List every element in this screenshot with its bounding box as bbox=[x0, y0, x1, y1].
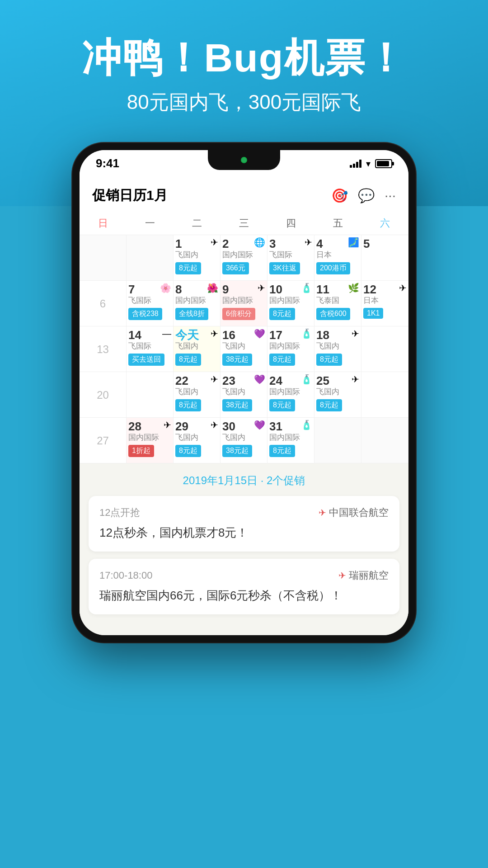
cell-badge: 8元起 bbox=[269, 445, 295, 457]
day-num-today: 今天 bbox=[175, 329, 199, 341]
battery-fill bbox=[377, 161, 389, 166]
promo-card-2[interactable]: 17:00-18:00 ✈ 瑞丽航空 瑞丽航空国内66元，国际6元秒杀（不含税）… bbox=[89, 559, 399, 614]
cell-icon: 🌐 bbox=[254, 238, 265, 247]
cal-cell-jan15-today[interactable]: 今天 ✈ 飞国内 8元起 bbox=[174, 326, 221, 372]
cell-label: 飞国际 bbox=[128, 342, 171, 351]
cal-cell-jan22[interactable]: 22 ✈ 飞国内 8元起 bbox=[174, 372, 221, 417]
cell-icon: 🌸 bbox=[160, 283, 171, 292]
cell-label: 飞国际 bbox=[128, 296, 171, 305]
day-num: 30 bbox=[222, 420, 235, 432]
promo2-desc: 瑞丽航空国内66元，国际6元秒杀（不含税）！ bbox=[99, 587, 389, 604]
cell-label: 飞国际 bbox=[269, 250, 312, 259]
cell-badge: 全线8折 bbox=[175, 308, 208, 320]
status-bar: 9:41 ▾ bbox=[80, 150, 408, 177]
cell-badge: 3K往返 bbox=[269, 262, 300, 274]
cal-cell-jan24[interactable]: 24 🧴 国内国际 8元起 bbox=[267, 372, 314, 417]
cell-icon: 🧴 bbox=[301, 420, 312, 429]
cell-label: 飞国内 bbox=[316, 387, 359, 396]
weekday-thu: 四 bbox=[267, 215, 314, 232]
cal-cell-jan3[interactable]: 3 ✈ 飞国际 3K往返 bbox=[267, 235, 314, 280]
day-num: 16 bbox=[222, 329, 235, 341]
day-num: 7 bbox=[128, 283, 135, 295]
cell-icon: ✈ bbox=[399, 283, 407, 292]
cal-cell-jan29[interactable]: 29 ✈ 飞国内 8元起 bbox=[174, 418, 221, 463]
promo-card-1[interactable]: 12点开抢 ✈ 中国联合航空 12点秒杀，国内机票才8元！ bbox=[89, 496, 399, 552]
promo2-time: 17:00-18:00 bbox=[99, 570, 152, 581]
cell-label: 日本 bbox=[363, 296, 407, 305]
cal-cell-jan17[interactable]: 17 🧴 国内国际 8元起 bbox=[267, 326, 314, 372]
cell-badge: 含税238 bbox=[128, 308, 162, 320]
cell-icon: ✈ bbox=[211, 329, 218, 338]
more-icon[interactable]: ··· bbox=[385, 188, 396, 203]
weekday-sun: 日 bbox=[80, 215, 127, 232]
headline-sub: 80元国内飞，300元国际飞 bbox=[27, 89, 461, 116]
cell-badge: 6倍积分 bbox=[222, 308, 255, 320]
cell-label: 飞泰国 bbox=[316, 296, 359, 305]
cal-cell-jan8[interactable]: 8 🌺 国内国际 全线8折 bbox=[174, 281, 221, 326]
cal-cell-jan18[interactable]: 18 ✈ 飞国内 8元起 bbox=[314, 326, 361, 372]
cal-cell-jan10[interactable]: 10 🧴 国内国际 8元起 bbox=[267, 281, 314, 326]
status-time: 9:41 bbox=[96, 156, 119, 170]
cal-cell-jan7[interactable]: 7 🌸 飞国际 含税238 bbox=[127, 281, 174, 326]
cal-cell-jan31[interactable]: 31 🧴 国内国际 8元起 bbox=[267, 418, 314, 463]
cell-badge: 1折起 bbox=[128, 445, 154, 457]
cell-label: 国内国际 bbox=[269, 387, 312, 396]
cell-icon: ✈ bbox=[305, 238, 312, 247]
cell-icon: 💜 bbox=[254, 375, 265, 384]
cal-cell-jan2[interactable]: 2 🌐 国内国际 366元 bbox=[221, 235, 267, 280]
day-num: 8 bbox=[175, 283, 182, 295]
cal-cell-jan12[interactable]: 12 ✈ 日本 1K1 bbox=[361, 281, 408, 326]
promo-card1-header: 12点开抢 ✈ 中国联合航空 bbox=[99, 506, 389, 519]
cell-icon: 🗾 bbox=[348, 238, 359, 247]
cal-cell-jan11[interactable]: 11 🌿 飞泰国 含税600 bbox=[314, 281, 361, 326]
date-promo-header: 2019年1月15日 · 2个促销 bbox=[80, 463, 408, 496]
day-num: 29 bbox=[175, 420, 188, 432]
cal-cell-jan30[interactable]: 30 💜 飞国内 38元起 bbox=[221, 418, 267, 463]
cell-label: 国内国际 bbox=[222, 296, 265, 305]
header-icons: 🎯 💬 ··· bbox=[331, 188, 396, 203]
app-title: 促销日历1月 bbox=[92, 186, 168, 205]
day-num: 17 bbox=[269, 329, 282, 341]
day-num: 28 bbox=[128, 420, 141, 432]
wechat-icon[interactable]: 💬 bbox=[358, 188, 375, 203]
cal-cell-jan1[interactable]: 1 ✈ 飞国内 8元起 bbox=[174, 235, 221, 280]
cal-cell-jan25[interactable]: 25 ✈ 飞国内 8元起 bbox=[314, 372, 361, 417]
cell-label: 国内国际 bbox=[222, 250, 265, 259]
cal-week4-rowlabel: 20 bbox=[80, 372, 127, 417]
cell-icon: 🧴 bbox=[301, 375, 312, 384]
cell-badge: 38元起 bbox=[222, 399, 252, 411]
cell-badge: 38元起 bbox=[222, 354, 252, 366]
cal-week2-rowlabel: 6 bbox=[80, 281, 127, 326]
promo1-time: 12点开抢 bbox=[99, 506, 140, 519]
promo1-desc: 12点秒杀，国内机票才8元！ bbox=[99, 524, 389, 542]
cell-label: 国内国际 bbox=[269, 342, 312, 351]
cell-label: 国内国际 bbox=[175, 296, 218, 305]
promo2-airline: ✈ 瑞丽航空 bbox=[338, 569, 389, 582]
phone-frame: 9:41 ▾ 促销日历1月 🎯 bbox=[72, 143, 416, 642]
calendar-weekdays: 日 一 二 三 四 五 六 bbox=[80, 212, 408, 235]
cal-cell-jan28[interactable]: 28 ✈ 国内国际 1折起 bbox=[127, 418, 174, 463]
cal-cell-empty bbox=[80, 235, 127, 280]
wifi-icon: ▾ bbox=[366, 158, 371, 169]
airline2-icon: ✈ bbox=[338, 570, 346, 581]
day-num: 1 bbox=[175, 238, 182, 250]
signal-bars-icon bbox=[350, 160, 361, 168]
cal-cell-jan19 bbox=[361, 326, 408, 372]
cell-icon: ✈ bbox=[164, 420, 171, 429]
cell-badge: 8元起 bbox=[269, 399, 295, 411]
day-num: 18 bbox=[316, 329, 329, 341]
cal-cell-jan4[interactable]: 4 🗾 日本 200港币 bbox=[314, 235, 361, 280]
weekday-mon: 一 bbox=[127, 215, 174, 232]
promo1-airline: ✈ 中国联合航空 bbox=[319, 506, 389, 519]
cal-cell-jan16[interactable]: 16 💜 飞国内 38元起 bbox=[221, 326, 267, 372]
cal-cell-jan9[interactable]: 9 ✈ 国内国际 6倍积分 bbox=[221, 281, 267, 326]
cell-icon: ✈ bbox=[211, 375, 218, 384]
cal-cell-jan5[interactable]: 5 bbox=[361, 235, 408, 280]
cal-cell-jan14[interactable]: 14 — 飞国际 买去送回 bbox=[127, 326, 174, 372]
weekday-tue: 二 bbox=[174, 215, 221, 232]
cell-badge: 8元起 bbox=[269, 354, 295, 366]
cal-cell-jan23[interactable]: 23 💜 飞国内 38元起 bbox=[221, 372, 267, 417]
compass-icon[interactable]: 🎯 bbox=[331, 188, 348, 203]
cell-badge: 8元起 bbox=[316, 354, 342, 366]
cell-badge: 38元起 bbox=[222, 445, 252, 457]
